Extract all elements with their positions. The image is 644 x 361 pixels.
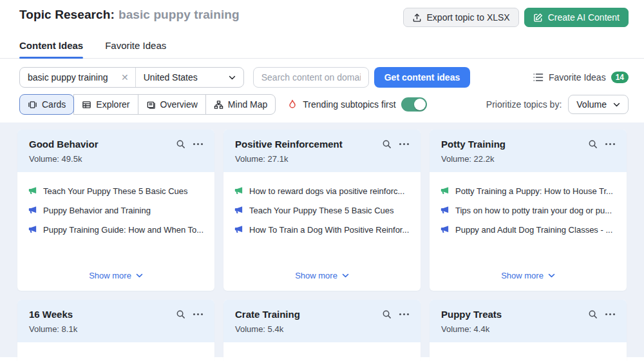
region-select[interactable]: United States (135, 68, 243, 87)
topic-card-body (17, 342, 214, 361)
trending-subtopics-toggle[interactable] (401, 97, 427, 112)
content-idea-item[interactable]: Puppy Behavior and Training (28, 206, 204, 215)
trending-subtopics-label: Trending subtopics first (303, 99, 395, 110)
prioritize-label: Prioritize topics by: (486, 99, 562, 110)
more-menu-icon[interactable] (399, 143, 409, 145)
search-icon[interactable] (382, 309, 392, 319)
overview-view-icon (146, 100, 156, 110)
topic-card-header: Puppy Treats Volume: 4.4k (430, 300, 627, 342)
topic-research-page: Topic Research:basic puppy training Expo… (0, 0, 644, 361)
topic-card-body: How to reward dogs via positive reinforc… (223, 172, 421, 291)
content-idea-text: Puppy and Adult Dog Training Classes - .… (455, 225, 612, 235)
chevron-down-icon (342, 273, 349, 278)
search-icon[interactable] (176, 309, 185, 319)
explorer-view-icon (82, 100, 91, 110)
show-more-link[interactable]: Show more (89, 271, 143, 284)
show-more-link[interactable]: Show more (501, 271, 555, 284)
topic-card: 16 Weeks Volume: 8.1k (17, 300, 214, 361)
view-explorer-button[interactable]: Explorer (73, 94, 138, 115)
topic-card-volume: Volume: 4.4k (441, 324, 615, 334)
export-topic-button[interactable]: Export topic to XLSX (403, 8, 519, 27)
content-idea-item[interactable]: Teach Your Puppy These 5 Basic Cues (234, 206, 410, 215)
toggle-knob (414, 99, 426, 110)
content-idea-item[interactable]: Puppy Training Guide: How and When To... (28, 225, 204, 235)
topic-query-input[interactable] (28, 72, 115, 83)
export-topic-label: Export topic to XLSX (427, 12, 510, 23)
view-cards-button[interactable]: Cards (19, 94, 74, 115)
view-explorer-label: Explorer (96, 99, 129, 110)
favorite-ideas-label: Favorite Ideas (549, 72, 606, 83)
content-idea-item[interactable]: Puppy and Adult Dog Training Classes - .… (440, 225, 616, 235)
megaphone-icon (28, 206, 37, 215)
content-idea-item[interactable]: How to reward dogs via positive reinforc… (234, 186, 410, 196)
create-ai-content-button[interactable]: Create AI Content (524, 8, 629, 27)
topic-card-title: Positive Reinforcement (235, 139, 343, 150)
more-menu-icon[interactable] (399, 313, 409, 315)
export-icon (412, 13, 422, 23)
megaphone-icon (440, 206, 450, 215)
view-overview-label: Overview (160, 99, 198, 110)
tab-favorite-ideas[interactable]: Favorite Ideas (105, 40, 166, 58)
topic-query-group: ✕ United States (19, 67, 244, 88)
topic-card: Good Behavior Volume: 49.5k Teach Your P… (17, 130, 214, 291)
header-actions: Export topic to XLSX Create AI Content (403, 8, 629, 27)
megaphone-icon (234, 206, 243, 215)
page-title: Topic Research:basic puppy training (19, 8, 240, 22)
topic-card-header: Potty Training Volume: 22.2k (430, 130, 627, 172)
topic-card: Crate Training Volume: 5.4k (223, 300, 421, 361)
more-menu-icon[interactable] (605, 313, 615, 315)
topic-card-title: Crate Training (235, 309, 300, 320)
content-idea-item[interactable]: Teach Your Puppy These 5 Basic Cues (28, 186, 204, 196)
search-icon[interactable] (176, 139, 185, 149)
content-idea-text: Teach Your Puppy These 5 Basic Cues (249, 206, 394, 215)
page-title-prefix: Topic Research: (19, 8, 115, 21)
content-idea-text: Puppy Training Guide: How and When To... (43, 225, 204, 235)
chevron-down-icon (613, 102, 620, 107)
topic-card-title: 16 Weeks (29, 309, 73, 320)
domain-search-input[interactable] (253, 67, 369, 88)
page-header: Topic Research:basic puppy training Expo… (0, 0, 644, 27)
mind-map-view-icon (214, 100, 223, 110)
create-ai-content-label: Create AI Content (548, 12, 620, 23)
topic-card-volume: Volume: 5.4k (235, 324, 409, 334)
more-menu-icon[interactable] (193, 143, 203, 145)
search-icon[interactable] (588, 139, 598, 149)
region-select-value: United States (144, 72, 198, 83)
show-more-label: Show more (295, 271, 337, 280)
chevron-down-icon (229, 75, 236, 80)
content-idea-item[interactable]: How To Train a Dog With Positive Reinfor… (234, 225, 410, 235)
topic-card-header: 16 Weeks Volume: 8.1k (17, 300, 214, 342)
show-more-label: Show more (89, 271, 131, 280)
view-mindmap-button[interactable]: Mind Map (205, 94, 276, 115)
search-icon[interactable] (382, 139, 392, 149)
card-grid-row-2: 16 Weeks Volume: 8.1k Crate Training (17, 300, 627, 361)
topic-card: Potty Training Volume: 22.2k Potty Train… (430, 130, 627, 291)
megaphone-icon (28, 186, 37, 195)
topic-card-volume: Volume: 22.2k (441, 154, 615, 164)
tab-content-ideas[interactable]: Content Ideas (19, 40, 83, 58)
content-idea-item[interactable]: Tips on how to potty train your dog or p… (440, 206, 616, 215)
tab-bar: Content Ideas Favorite Ideas (0, 40, 644, 59)
view-mindmap-label: Mind Map (228, 99, 267, 110)
card-grid-row-1: Good Behavior Volume: 49.5k Teach Your P… (17, 130, 627, 291)
search-icon[interactable] (588, 309, 598, 319)
more-menu-icon[interactable] (605, 143, 615, 145)
topic-card-volume: Volume: 8.1k (29, 324, 203, 334)
prioritize-control: Prioritize topics by: Volume (486, 95, 629, 114)
search-filter-row: ✕ United States Get content ideas Favori… (0, 59, 644, 88)
show-more-link[interactable]: Show more (295, 271, 349, 284)
content-idea-item[interactable]: Potty Training a Puppy: How to House Tr.… (440, 186, 616, 196)
cards-view-icon (28, 100, 37, 110)
topic-card-header: Good Behavior Volume: 49.5k (17, 130, 214, 172)
view-overview-button[interactable]: Overview (138, 94, 206, 115)
favorite-ideas-link[interactable]: Favorite Ideas 14 (533, 72, 629, 83)
prioritize-select[interactable]: Volume (568, 95, 629, 114)
chevron-down-icon (548, 273, 555, 278)
topic-cards-section: Good Behavior Volume: 49.5k Teach Your P… (0, 122, 644, 357)
more-menu-icon[interactable] (193, 313, 203, 315)
clear-query-icon[interactable]: ✕ (121, 73, 129, 82)
get-content-ideas-button[interactable]: Get content ideas (374, 67, 470, 88)
topic-query-box: ✕ (20, 68, 135, 87)
list-icon (533, 73, 544, 82)
megaphone-icon (440, 225, 450, 234)
